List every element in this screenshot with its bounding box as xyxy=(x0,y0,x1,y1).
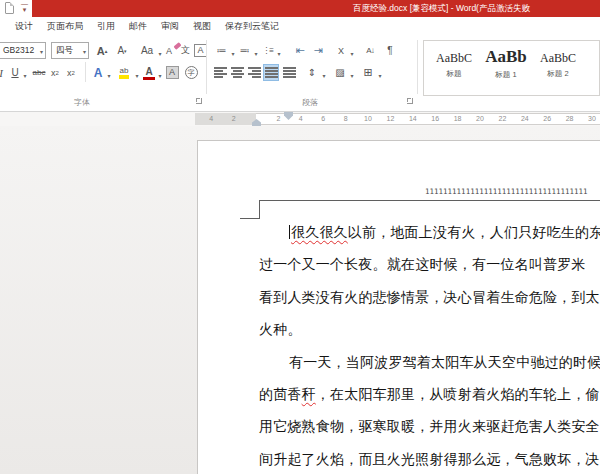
strikethrough-button[interactable]: abc xyxy=(30,64,48,81)
chevron-down-icon[interactable]: ▾ xyxy=(229,50,237,58)
text-effects-icon: A xyxy=(94,66,103,80)
chevron-down-icon[interactable]: ▾ xyxy=(83,48,86,55)
font-color-icon: A xyxy=(143,66,154,80)
character-shading-button[interactable]: A xyxy=(165,66,179,79)
decrease-indent-button[interactable]: ⇤ xyxy=(292,42,308,59)
borders-button[interactable]: ⊞ xyxy=(360,64,376,81)
subscript-icon: x xyxy=(51,68,56,78)
justify-icon xyxy=(265,67,278,78)
increase-indent-button[interactable]: ⇥ xyxy=(310,42,326,59)
header-text[interactable]: 111111111111111111111111111111111111 xyxy=(425,187,588,196)
style-item-partial[interactable]: A xyxy=(585,41,600,95)
ruler-number: 8 xyxy=(344,115,348,122)
ribbon-tab-5[interactable]: 视图 xyxy=(193,20,211,33)
increase-indent-icon: ⇥ xyxy=(313,44,322,57)
text-highlight-button[interactable]: ab xyxy=(114,64,134,81)
chevron-down-icon[interactable]: ▾ xyxy=(376,72,384,80)
distribute-button[interactable] xyxy=(281,64,297,81)
subscript-button[interactable]: x xyxy=(48,64,62,81)
chevron-down-icon[interactable]: ▾ xyxy=(348,72,356,80)
ribbon-tab-6[interactable]: 保存到云笔记 xyxy=(225,20,279,33)
ribbon-tab-3[interactable]: 邮件 xyxy=(129,20,147,33)
text-line-4[interactable]: 有一天，当阿波罗驾着太阳车从天空中驰过的时候 xyxy=(259,347,600,379)
text-line-0[interactable]: 很久很久以前，地面上没有火，人们只好吃生的东 xyxy=(259,217,600,249)
chevron-down-icon[interactable]: ▾ xyxy=(348,50,356,58)
horizontal-ruler: 4224681012141618202224262830 xyxy=(0,112,600,126)
document-background: 111111111111111111111111111111111111 很久很… xyxy=(0,126,600,474)
ruler-number: 24 xyxy=(521,115,529,122)
text-line-7[interactable]: 间升起了火焰，而且火光照射得那么远，气急败坏，决 xyxy=(259,444,600,474)
quick-access-more-icon[interactable]: —▾ xyxy=(20,1,29,15)
ruler-number: 12 xyxy=(386,115,394,122)
chevron-down-icon[interactable]: ▾ xyxy=(21,72,29,80)
chevron-down-icon[interactable]: ▾ xyxy=(156,72,164,80)
chevron-down-icon[interactable]: ▾ xyxy=(252,50,260,58)
chevron-down-icon[interactable]: ▾ xyxy=(275,50,283,58)
chevron-down-icon[interactable]: ▾ xyxy=(320,72,328,80)
chevron-down-icon[interactable]: ▾ xyxy=(40,48,43,55)
line-spacing-button[interactable]: ⇕ xyxy=(304,64,320,81)
phonetic-guide-icon: 文 xyxy=(181,44,190,57)
text-line-2[interactable]: 看到人类没有火的悲惨情景，决心冒着生命危险，到太 xyxy=(259,282,600,314)
superscript-button[interactable]: x xyxy=(64,64,78,81)
font-group-label: 字体 xyxy=(52,97,112,108)
align-right-button[interactable] xyxy=(246,64,262,81)
numbering-button[interactable]: ≕ xyxy=(237,42,252,59)
clear-formatting-button[interactable]: A xyxy=(161,42,177,59)
phonetic-guide-button[interactable]: 文 xyxy=(179,42,192,59)
style-item-标题 2[interactable]: AaBbC标题 2 xyxy=(533,41,583,95)
ruler-number: 2 xyxy=(232,115,236,122)
bullets-button[interactable]: ≔ xyxy=(214,42,229,59)
header-boundary-line xyxy=(259,200,600,201)
align-center-button[interactable] xyxy=(229,64,245,81)
text-cursor xyxy=(289,225,290,239)
document-body-text[interactable]: 很久很久以前，地面上没有火，人们只好吃生的东过一个又一个长夜。就在这时候，有一位… xyxy=(259,217,600,474)
font-name-combo[interactable]: GB2312 ▾ xyxy=(0,42,46,59)
sort-button[interactable]: A↓ xyxy=(362,42,378,59)
shading-button[interactable]: ▨ xyxy=(332,64,348,81)
text-line-5[interactable]: 的茴香秆，在太阳车那里，从喷射着火焰的车轮上，偷 xyxy=(259,379,600,411)
align-left-icon xyxy=(214,67,227,78)
line-spacing-icon: ⇕ xyxy=(308,67,316,78)
enclose-characters-button[interactable]: 字 xyxy=(184,66,198,79)
ruler-number: 20 xyxy=(476,115,484,122)
decrease-indent-icon: ⇤ xyxy=(295,44,304,57)
sort-icon: A↓ xyxy=(366,46,373,55)
chevron-down-icon[interactable]: ▾ xyxy=(105,72,113,80)
style-name: 标题 xyxy=(429,69,479,79)
multilevel-list-button[interactable]: ⋮≡ xyxy=(260,42,275,59)
ribbon-tab-2[interactable]: 引用 xyxy=(97,20,115,33)
style-item-标题 1[interactable]: AaBb标题 1 xyxy=(481,41,531,95)
text-line-3[interactable]: 火种。 xyxy=(259,314,600,346)
text-effects-button[interactable]: A xyxy=(91,64,105,81)
underline-icon: U xyxy=(11,67,18,78)
ribbon-tab-4[interactable]: 审阅 xyxy=(161,20,179,33)
underline-button[interactable]: U xyxy=(8,64,22,81)
document-page[interactable]: 111111111111111111111111111111111111 很久很… xyxy=(197,140,600,474)
pilcrow-icon: ¶ xyxy=(387,45,392,56)
italic-button[interactable]: I xyxy=(0,64,5,81)
grow-font-button[interactable]: A xyxy=(93,42,111,59)
ruler-number: 18 xyxy=(454,115,462,122)
text-line-1[interactable]: 过一个又一个长夜。就在这时候，有一位名叫普罗米 xyxy=(259,249,600,281)
paragraph-dialog-launcher-icon[interactable] xyxy=(407,98,413,104)
shrink-font-button[interactable]: A xyxy=(113,42,131,59)
styles-gallery: AaBbC标题AaBb标题 1AaBbC标题 2A xyxy=(423,40,600,96)
align-center-icon xyxy=(231,67,244,78)
justify-button[interactable] xyxy=(263,64,279,81)
character-shading-icon: A xyxy=(166,66,179,79)
ruler-number: 6 xyxy=(321,115,325,122)
asian-layout-icon: X xyxy=(338,46,344,56)
asian-layout-button[interactable]: X xyxy=(334,42,348,59)
font-dialog-launcher-icon[interactable] xyxy=(196,98,202,104)
ribbon-tab-0[interactable]: 设计 xyxy=(15,20,33,33)
change-case-button[interactable]: Aa xyxy=(137,42,157,59)
ruler-number: 2 xyxy=(276,115,280,122)
align-left-button[interactable] xyxy=(212,64,228,81)
ribbon-tab-1[interactable]: 页面布局 xyxy=(47,20,83,33)
text-line-6[interactable]: 用它烧熟食物，驱寒取暖，并用火来驱赶危害人类安全 xyxy=(259,411,600,443)
style-item-标题[interactable]: AaBbC标题 xyxy=(429,41,479,95)
font-size-combo[interactable]: 四号 ▾ xyxy=(51,42,89,59)
strikethrough-icon: abc xyxy=(33,68,46,77)
show-formatting-marks-button[interactable]: ¶ xyxy=(384,42,396,59)
